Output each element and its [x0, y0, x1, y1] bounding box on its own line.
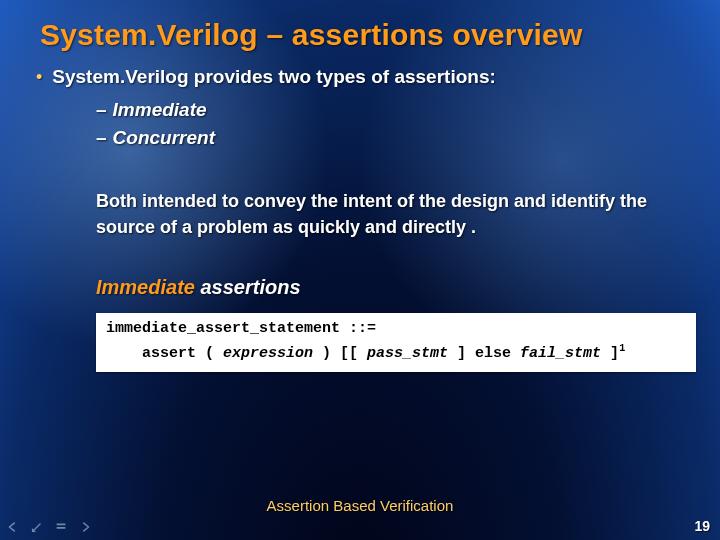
svg-rect-1 — [57, 527, 66, 529]
sub-item-label: Concurrent — [113, 127, 215, 148]
subhead-rest: assertions — [201, 276, 301, 298]
lead-row: • System.Verilog provides two types of a… — [36, 66, 680, 88]
arrow-left-icon[interactable] — [6, 520, 20, 534]
page-number: 19 — [694, 518, 710, 534]
sub-list: –Immediate –Concurrent — [96, 96, 680, 152]
svg-rect-0 — [57, 524, 66, 526]
menu-icon[interactable] — [54, 520, 68, 534]
sub-item-label: Immediate — [113, 99, 207, 120]
footer-title: Assertion Based Verification — [0, 497, 720, 514]
lead-text: System.Verilog provides two types of ass… — [52, 66, 495, 88]
slide: System.Verilog – assertions overview • S… — [0, 0, 720, 540]
pen-icon[interactable] — [30, 520, 44, 534]
code-syntax-box: immediate_assert_statement ::= assert ( … — [96, 313, 696, 372]
slide-title: System.Verilog – assertions overview — [40, 18, 680, 52]
body-paragraph: Both intended to convey the intent of th… — [96, 188, 656, 240]
arrow-right-icon[interactable] — [78, 520, 92, 534]
nav-icon-strip — [6, 520, 92, 534]
section-subhead: Immediate assertions — [96, 276, 680, 299]
bullet-icon: • — [36, 66, 42, 88]
subhead-emph: Immediate — [96, 276, 195, 298]
list-item: –Concurrent — [96, 124, 680, 152]
list-item: –Immediate — [96, 96, 680, 124]
